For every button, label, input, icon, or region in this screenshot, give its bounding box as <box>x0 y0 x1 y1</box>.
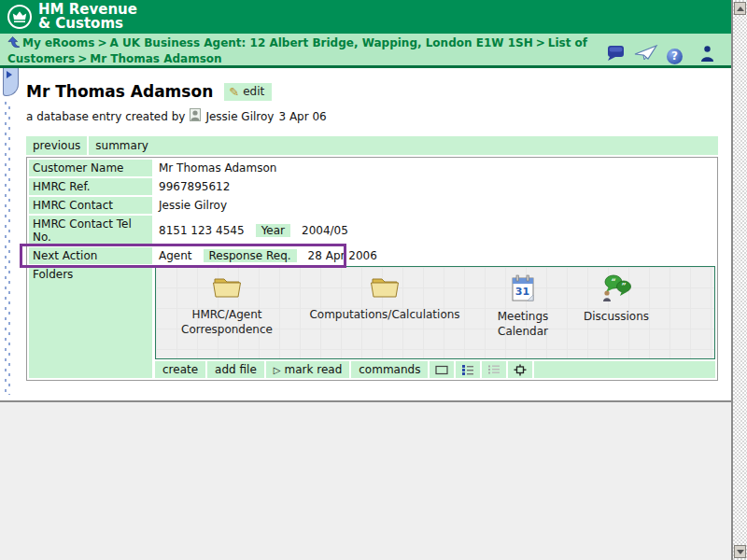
row-label: HMRC Ref. <box>29 178 152 195</box>
breadcrumb-bar: My eRooms>A UK Business Agent: 12 Albert… <box>0 34 731 65</box>
pencil-icon: ✎ <box>229 86 239 98</box>
scroll-down-arrow-icon <box>737 550 744 554</box>
tab-previous[interactable]: previous <box>26 136 87 155</box>
tab-bar: previous summary <box>26 136 718 155</box>
response-req-label: Response Req. <box>204 249 297 262</box>
logo-line2: & Customs <box>38 17 137 31</box>
table-row-folders: Folders HMRC/Agent Correspondence <box>29 266 715 378</box>
page: Mr Thomas Adamson ✎ edit a database entr… <box>0 68 731 402</box>
folder-icon <box>211 274 243 303</box>
folder-meetings-calendar[interactable]: 31 Meetings Calendar <box>490 274 556 358</box>
row-label: HMRC Contact Tel No. <box>29 216 152 245</box>
breadcrumb-agent[interactable]: A UK Business Agent: 12 Albert Bridge, W… <box>110 36 533 49</box>
fit-selection-icon[interactable] <box>508 361 532 378</box>
year-label: Year <box>256 224 290 237</box>
eroom-window: HM Revenue & Customs My eRooms>A UK Busi… <box>0 0 731 402</box>
folders-area: HMRC/Agent Correspondence Computations/C… <box>155 266 715 359</box>
page-curl-icon <box>3 68 19 96</box>
svg-text:“: “ <box>611 277 615 287</box>
help-icon[interactable]: ? <box>667 49 683 64</box>
page-edge-decoration <box>0 68 21 400</box>
scroll-up-arrow-icon <box>737 7 744 11</box>
up-level-icon[interactable] <box>7 36 20 52</box>
commands-button[interactable]: commands <box>351 361 428 378</box>
response-req-date: 28 Apr 2006 <box>308 249 377 262</box>
table-row-hmrc-contact: HMRC Contact Jessie Gilroy <box>29 197 715 214</box>
row-value: 9967895612 <box>159 180 230 193</box>
vertical-scrollbar[interactable] <box>733 0 747 560</box>
edit-button[interactable]: ✎ edit <box>224 83 272 101</box>
svg-text:”: ” <box>621 282 626 291</box>
row-value: Agent <box>159 249 192 262</box>
mark-read-label: mark read <box>284 363 342 376</box>
mark-read-arrow-icon: ▷ <box>274 365 281 375</box>
table-row-next-action: Next Action Agent Response Req. 28 Apr 2… <box>29 247 715 264</box>
calendar-day: 31 <box>515 286 529 298</box>
row-value: Mr Thomas Adamson <box>159 161 276 175</box>
author-avatar-icon <box>190 108 201 124</box>
byline-author[interactable]: Jessie Gilroy <box>205 110 274 123</box>
byline-prefix: a database entry created by <box>26 110 185 123</box>
breadcrumb-separator: > <box>533 36 548 49</box>
folder-toolbar: create add file ▷mark read commands <box>155 361 715 378</box>
folder-icon <box>369 274 401 303</box>
calendar-icon: 31 <box>511 274 535 305</box>
breadcrumb-current-item: Mr Thomas Adamson <box>90 52 221 65</box>
discussion-icon: “ ” <box>601 274 631 305</box>
folder-label: HMRC/Agent Correspondence <box>175 307 279 337</box>
folder-discussions[interactable]: “ ” Discussions <box>574 274 658 358</box>
paper-plane-icon[interactable] <box>634 45 658 64</box>
byline: a database entry created by Jessie Gilro… <box>26 109 718 123</box>
scroll-down-button[interactable] <box>734 545 746 558</box>
crown-logo-icon <box>7 4 33 30</box>
breadcrumb-my-erooms[interactable]: My eRooms <box>22 36 94 49</box>
row-value: 8151 123 4545 <box>159 224 245 237</box>
breadcrumb-separator: > <box>94 36 109 49</box>
folder-hmrc-agent-correspondence[interactable]: HMRC/Agent Correspondence <box>175 274 279 358</box>
folder-label: Meetings Calendar <box>490 309 556 339</box>
hmrc-logo: HM Revenue & Customs <box>7 3 137 31</box>
detail-list-icon[interactable] <box>482 361 506 378</box>
row-label: HMRC Contact <box>29 197 152 214</box>
breadcrumb-separator: > <box>75 52 90 65</box>
list-view-icon[interactable] <box>456 361 480 378</box>
row-label: Folders <box>29 266 152 378</box>
row-label: Customer Name <box>29 160 152 176</box>
breadcrumb: My eRooms>A UK Business Agent: 12 Albert… <box>7 36 639 66</box>
year-value: 2004/05 <box>302 224 348 237</box>
byline-date: 3 Apr 06 <box>278 110 326 123</box>
detail-table: Customer Name Mr Thomas Adamson HMRC Ref… <box>26 157 718 381</box>
table-row-hmrc-ref: HMRC Ref. 9967895612 <box>29 178 715 195</box>
create-button[interactable]: create <box>155 361 205 378</box>
folder-computations-calculations[interactable]: Computations/Calculations <box>298 274 472 358</box>
table-row-tel-no: HMRC Contact Tel No. 8151 123 4545 Year … <box>29 216 715 245</box>
member-icon[interactable] <box>700 45 714 64</box>
chat-bubble-icon[interactable] <box>605 45 626 64</box>
add-file-button[interactable]: add file <box>207 361 264 378</box>
box-view-icon[interactable] <box>430 361 454 378</box>
mark-read-button[interactable]: ▷mark read <box>266 361 349 378</box>
toolbar-filler <box>534 361 715 378</box>
row-value: Jessie Gilroy <box>159 199 227 212</box>
edit-button-label: edit <box>243 85 264 98</box>
scroll-up-button[interactable] <box>734 2 746 15</box>
folder-label: Discussions <box>584 309 649 324</box>
tab-summary[interactable]: summary <box>89 136 718 155</box>
header-icon-group: ? <box>605 45 714 64</box>
page-title: Mr Thomas Adamson <box>26 82 213 101</box>
row-label: Next Action <box>29 247 152 264</box>
app-header: HM Revenue & Customs <box>0 0 731 34</box>
folder-label: Computations/Calculations <box>309 307 459 322</box>
table-row-customer-name: Customer Name Mr Thomas Adamson <box>29 160 715 176</box>
